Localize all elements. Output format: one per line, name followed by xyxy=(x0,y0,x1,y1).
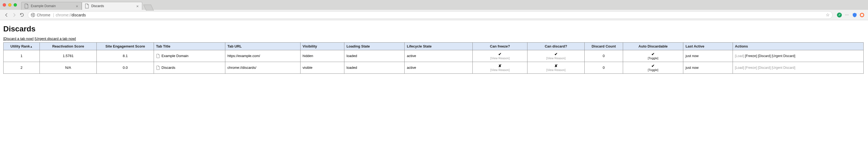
file-icon xyxy=(156,66,160,70)
new-tab-button[interactable] xyxy=(143,5,154,11)
page-content: Discards [Discard a tab now] [Urgent dis… xyxy=(0,20,868,78)
reload-button[interactable] xyxy=(18,11,26,19)
check-icon: ✔ xyxy=(651,63,655,68)
col-reactivation-score[interactable]: Reactivation Score xyxy=(39,43,96,50)
col-auto-discardable[interactable]: Auto Discardable xyxy=(623,43,683,50)
url-scheme-label: Chrome xyxy=(37,13,51,17)
cell-utility-rank: 1 xyxy=(4,50,40,62)
cell-actions: [Load] [Freeze] [Discard] [Urgent Discar… xyxy=(733,62,863,73)
cell-tab-url: chrome://discards/ xyxy=(225,62,300,73)
table-row: 11.57818.1Example Domainhttps://example.… xyxy=(4,50,864,62)
cell-actions: [Load] [Freeze] [Discard] [Urgent Discar… xyxy=(733,50,863,62)
browser-tab-example-domain[interactable]: Example Domain × xyxy=(21,2,82,10)
cell-can-freeze: ✔[View Reason] xyxy=(472,50,527,62)
view-reason-link[interactable]: [View Reason] xyxy=(546,56,566,60)
cross-icon: ✘ xyxy=(498,63,502,68)
cell-tab-title: Example Domain xyxy=(154,50,225,62)
tab-title-text: Example Domain xyxy=(161,54,189,58)
cell-reactivation-score: 1.5781 xyxy=(39,50,96,62)
discard-tab-now-link[interactable]: [Discard a tab now] xyxy=(3,36,33,41)
col-discard-count[interactable]: Discard Count xyxy=(584,43,623,50)
toggle-link[interactable]: [Toggle] xyxy=(648,56,658,60)
back-button[interactable] xyxy=(3,11,10,19)
check-icon: ✔ xyxy=(498,52,502,56)
tab-title-text: Discards xyxy=(161,66,176,70)
urgent-discard-tab-now-link[interactable]: [Urgent discard a tab now] xyxy=(35,36,76,41)
cell-auto-discardable: ✔[Toggle] xyxy=(623,62,683,73)
extension-menu-icon[interactable]: ••• xyxy=(844,12,849,18)
cross-icon: ✘ xyxy=(554,63,558,68)
extension-icons: ••• xyxy=(835,12,865,18)
cell-last-active: just now xyxy=(683,62,733,73)
window-zoom-button[interactable] xyxy=(13,3,17,6)
col-loading-state[interactable]: Loading State xyxy=(344,43,405,50)
browser-tab-discards[interactable]: Discards × xyxy=(82,2,142,10)
cell-tab-url: https://example.com/ xyxy=(225,50,300,62)
col-site-engagement-score[interactable]: Site Engagement Score xyxy=(97,43,154,50)
col-actions[interactable]: Actions xyxy=(733,43,863,50)
col-can-discard[interactable]: Can discard? xyxy=(527,43,584,50)
col-visibility[interactable]: Visibility xyxy=(300,43,344,50)
toolbar: Chrome | chrome://discards ☆ ••• xyxy=(0,10,868,20)
table-header-row: Utility Rank▲ Reactivation Score Site En… xyxy=(4,43,864,50)
file-icon xyxy=(24,4,29,8)
action-urgent-discard: [Urgent Discard] xyxy=(772,66,795,70)
action-urgent-discard[interactable]: [Urgent Discard] xyxy=(772,54,795,58)
tab-title: Discards xyxy=(91,4,104,8)
cell-visibility: visible xyxy=(300,62,344,73)
action-discard[interactable]: [Discard] xyxy=(758,54,771,58)
view-reason-link[interactable]: [View Reason] xyxy=(546,68,566,72)
url-path: discards xyxy=(72,13,86,17)
cell-loading-state: loaded xyxy=(344,50,405,62)
forward-button[interactable] xyxy=(10,11,18,19)
table-row: 2N/A0.0Discardschrome://discards/visible… xyxy=(4,62,864,73)
col-last-active[interactable]: Last Active xyxy=(683,43,733,50)
window-close-button[interactable] xyxy=(3,3,6,6)
extension-circle-icon[interactable] xyxy=(860,13,864,17)
file-icon xyxy=(156,54,160,58)
close-icon[interactable]: × xyxy=(136,4,139,8)
toggle-link[interactable]: [Toggle] xyxy=(648,68,658,72)
browser-chrome: Example Domain × Discards × xyxy=(0,0,868,20)
sort-asc-icon: ▲ xyxy=(30,45,33,48)
bookmark-star-icon[interactable]: ☆ xyxy=(826,12,830,18)
tab-title: Example Domain xyxy=(31,4,56,8)
cell-can-freeze: ✘[View Reason] xyxy=(472,62,527,73)
col-can-freeze[interactable]: Can freeze? xyxy=(472,43,527,50)
check-icon: ✔ xyxy=(651,52,655,56)
cell-visibility: hidden xyxy=(300,50,344,62)
traffic-lights xyxy=(3,3,17,6)
cell-can-discard: ✔[View Reason] xyxy=(527,50,584,62)
cell-loading-state: loaded xyxy=(344,62,405,73)
cell-discard-count: 0 xyxy=(584,62,623,73)
view-reason-link[interactable]: [View Reason] xyxy=(490,68,510,72)
extension-shield-icon[interactable] xyxy=(852,12,857,18)
view-reason-link[interactable]: [View Reason] xyxy=(490,56,510,60)
chrome-icon xyxy=(31,13,35,17)
action-freeze[interactable]: [Freeze] xyxy=(745,54,757,58)
file-icon xyxy=(85,4,89,8)
page-title: Discards xyxy=(3,25,865,33)
col-utility-rank[interactable]: Utility Rank▲ xyxy=(4,43,40,50)
col-tab-url[interactable]: Tab URL xyxy=(225,43,300,50)
action-freeze: [Freeze] xyxy=(745,66,757,70)
col-tab-title[interactable]: Tab Title xyxy=(154,43,225,50)
extension-checkmark-icon[interactable] xyxy=(837,12,842,18)
action-load: [Load] xyxy=(735,54,744,58)
cell-site-engagement: 8.1 xyxy=(97,50,154,62)
tab-strip: Example Domain × Discards × xyxy=(21,0,152,10)
close-icon[interactable]: × xyxy=(75,4,79,8)
cell-tab-title: Discards xyxy=(154,62,225,73)
address-bar[interactable]: Chrome | chrome://discards ☆ xyxy=(28,11,833,19)
cell-can-discard: ✘[View Reason] xyxy=(527,62,584,73)
discards-table: Utility Rank▲ Reactivation Score Site En… xyxy=(3,42,864,74)
cell-last-active: just now xyxy=(683,50,733,62)
url-separator: | xyxy=(53,13,54,17)
url-prefix: chrome:// xyxy=(56,13,71,17)
cell-reactivation-score: N/A xyxy=(39,62,96,73)
cell-lifecycle-state: active xyxy=(405,62,473,73)
col-lifecycle-state[interactable]: Lifecycle State xyxy=(405,43,473,50)
action-discard: [Discard] xyxy=(758,66,771,70)
check-icon: ✔ xyxy=(554,52,558,56)
window-minimize-button[interactable] xyxy=(8,3,11,6)
